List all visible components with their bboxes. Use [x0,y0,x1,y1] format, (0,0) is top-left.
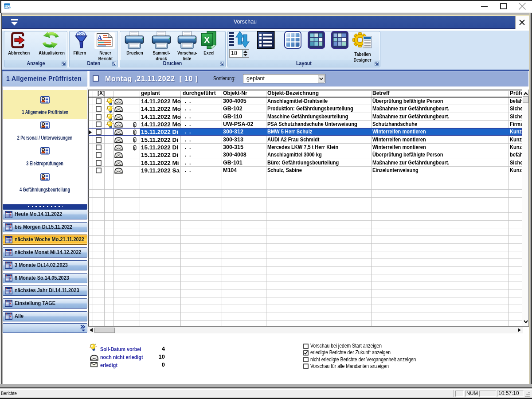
svg-text:A: A [98,34,102,41]
svg-text:X: X [204,35,210,45]
